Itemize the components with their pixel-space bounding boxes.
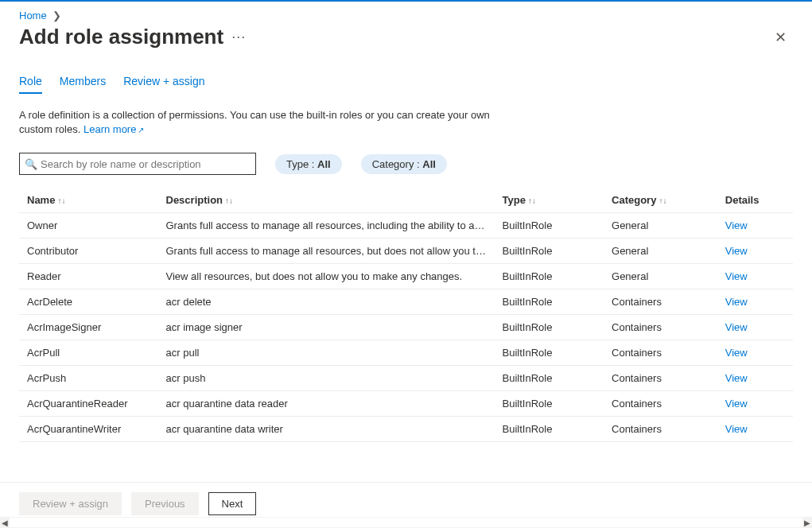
role-name-cell: AcrPull (19, 340, 158, 366)
table-row[interactable]: AcrPullacr pullBuiltInRoleContainersView (19, 340, 793, 366)
role-details-cell: View (717, 315, 793, 340)
sort-icon: ↑↓ (659, 196, 666, 205)
role-details-cell: View (717, 417, 793, 442)
learn-more-label: Learn more (84, 123, 136, 135)
role-desc-cell: acr quarantine data reader (158, 391, 495, 417)
role-name-cell: AcrQuarantineReader (19, 391, 158, 417)
table-row[interactable]: AcrImageSigneracr image signerBuiltInRol… (19, 315, 793, 340)
view-link[interactable]: View (725, 372, 748, 384)
sort-icon: ↑↓ (225, 196, 233, 205)
more-icon[interactable]: ··· (231, 29, 246, 45)
col-header-description[interactable]: Description↑↓ (158, 188, 495, 213)
col-cat-label: Category (612, 194, 656, 206)
view-link[interactable]: View (725, 321, 748, 333)
view-link[interactable]: View (725, 296, 748, 308)
role-desc-cell: acr push (158, 366, 495, 391)
col-header-details: Details (717, 188, 793, 213)
col-name-label: Name (27, 194, 55, 206)
role-desc-cell: Grants full access to manage all resourc… (158, 213, 495, 239)
sort-icon: ↑↓ (57, 196, 65, 205)
role-type-cell: BuiltInRole (495, 315, 604, 340)
table-row[interactable]: ReaderView all resources, but does not a… (19, 264, 793, 289)
tab-review-assign[interactable]: Review + assign (123, 75, 204, 94)
role-desc-cell: View all resources, but does not allow y… (158, 264, 495, 289)
role-type-cell: BuiltInRole (495, 213, 604, 239)
table-row[interactable]: ContributorGrants full access to manage … (19, 239, 793, 264)
view-link[interactable]: View (725, 219, 748, 231)
col-header-category[interactable]: Category↑↓ (604, 188, 717, 213)
table-row[interactable]: OwnerGrants full access to manage all re… (19, 213, 793, 239)
next-button[interactable]: Next (208, 492, 257, 515)
role-category-cell: General (604, 264, 717, 289)
scroll-left-icon[interactable]: ◀ (2, 518, 8, 527)
role-name-cell: Owner (19, 213, 158, 239)
scroll-right-icon[interactable]: ▶ (804, 518, 810, 527)
role-name-cell: AcrDelete (19, 289, 158, 315)
filter-row: 🔍 Type : All Category : All (19, 153, 793, 175)
col-desc-label: Description (166, 194, 223, 206)
breadcrumb: Home ❯ (0, 2, 812, 21)
role-type-cell: BuiltInRole (495, 264, 604, 289)
view-link[interactable]: View (725, 398, 748, 410)
category-filter-value: All (422, 158, 436, 170)
role-category-cell: Containers (604, 366, 717, 391)
col-type-label: Type (503, 194, 526, 206)
view-link[interactable]: View (725, 245, 748, 257)
horizontal-scrollbar[interactable]: ◀▶ (0, 517, 812, 528)
role-type-cell: BuiltInRole (495, 239, 604, 264)
search-input[interactable] (41, 158, 251, 170)
table-header-row: Name↑↓ Description↑↓ Type↑↓ Category↑↓ D… (19, 188, 793, 213)
table-row[interactable]: AcrPushacr pushBuiltInRoleContainersView (19, 366, 793, 391)
role-details-cell: View (717, 289, 793, 315)
role-category-cell: Containers (604, 391, 717, 417)
role-details-cell: View (717, 340, 793, 366)
type-filter-value: All (317, 158, 331, 170)
role-category-cell: Containers (604, 289, 717, 315)
chevron-right-icon: ❯ (52, 10, 61, 21)
role-name-cell: AcrQuarantineWriter (19, 417, 158, 442)
role-desc-cell: Grants full access to manage all resourc… (158, 239, 495, 264)
role-type-cell: BuiltInRole (495, 366, 604, 391)
search-icon: 🔍 (25, 158, 37, 170)
role-type-cell: BuiltInRole (495, 340, 604, 366)
view-link[interactable]: View (725, 423, 748, 435)
role-type-cell: BuiltInRole (495, 417, 604, 442)
learn-more-link[interactable]: Learn more↗ (84, 123, 144, 135)
scrollbar-track[interactable] (10, 518, 802, 527)
table-row[interactable]: AcrQuarantineWriteracr quarantine data w… (19, 417, 793, 442)
role-name-cell: Reader (19, 264, 158, 289)
role-name-cell: AcrImageSigner (19, 315, 158, 340)
breadcrumb-home-link[interactable]: Home (19, 10, 47, 21)
external-link-icon: ↗ (138, 126, 144, 134)
tab-role[interactable]: Role (19, 75, 42, 94)
type-filter-label: Type : (286, 158, 317, 170)
page-header: Add role assignment ··· ✕ (0, 21, 812, 59)
role-category-cell: General (604, 213, 717, 239)
type-filter-pill[interactable]: Type : All (275, 154, 342, 174)
sort-icon: ↑↓ (528, 196, 536, 205)
role-desc-cell: acr quarantine data writer (158, 417, 495, 442)
role-name-cell: AcrPush (19, 366, 158, 391)
previous-button: Previous (131, 492, 199, 515)
close-button[interactable]: ✕ (768, 25, 793, 49)
category-filter-pill[interactable]: Category : All (361, 154, 447, 174)
category-filter-label: Category : (372, 158, 423, 170)
view-link[interactable]: View (725, 347, 748, 359)
description-text: A role definition is a collection of per… (19, 108, 512, 137)
role-category-cell: Containers (604, 340, 717, 366)
roles-table: Name↑↓ Description↑↓ Type↑↓ Category↑↓ D… (19, 188, 793, 442)
role-category-cell: General (604, 239, 717, 264)
role-type-cell: BuiltInRole (495, 289, 604, 315)
role-details-cell: View (717, 213, 793, 239)
table-row[interactable]: AcrDeleteacr deleteBuiltInRoleContainers… (19, 289, 793, 315)
view-link[interactable]: View (725, 270, 748, 282)
table-row[interactable]: AcrQuarantineReaderacr quarantine data r… (19, 391, 793, 417)
col-header-name[interactable]: Name↑↓ (19, 188, 158, 213)
close-icon: ✕ (775, 29, 787, 45)
content-area: Role Members Review + assign A role defi… (0, 59, 812, 453)
col-details-label: Details (725, 194, 760, 206)
col-header-type[interactable]: Type↑↓ (495, 188, 604, 213)
role-type-cell: BuiltInRole (495, 391, 604, 417)
search-box[interactable]: 🔍 (19, 153, 256, 175)
tab-members[interactable]: Members (60, 75, 106, 94)
